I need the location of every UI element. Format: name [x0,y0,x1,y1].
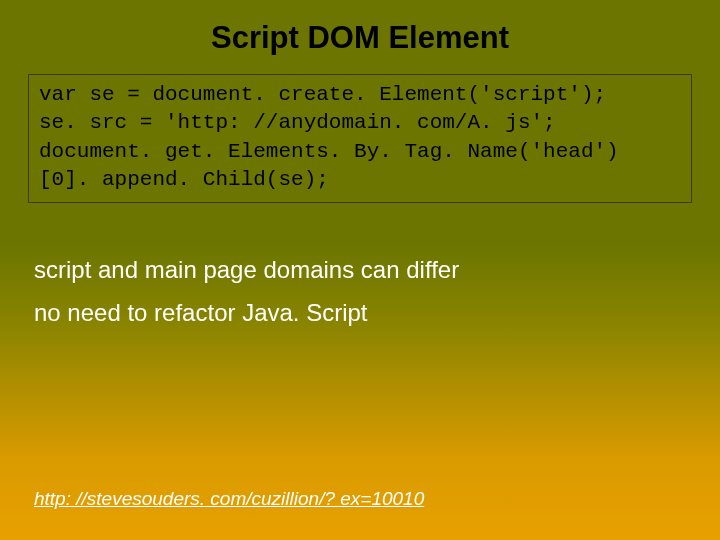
slide-title: Script DOM Element [0,0,720,74]
code-line-1: var se = document. create. Element('scri… [39,83,606,106]
reference-link[interactable]: http: //stevesouders. com/cuzillion/? ex… [34,488,424,510]
body-line-1: script and main page domains can differ [34,251,686,289]
code-line-2: se. src = 'http: //anydomain. com/A. js'… [39,111,556,134]
body-text: script and main page domains can differ … [34,251,686,332]
body-line-2: no need to refactor Java. Script [34,294,686,332]
code-line-3: document. get. Elements. By. Tag. Name('… [39,140,619,163]
code-block: var se = document. create. Element('scri… [28,74,692,203]
code-line-4: [0]. append. Child(se); [39,168,329,191]
